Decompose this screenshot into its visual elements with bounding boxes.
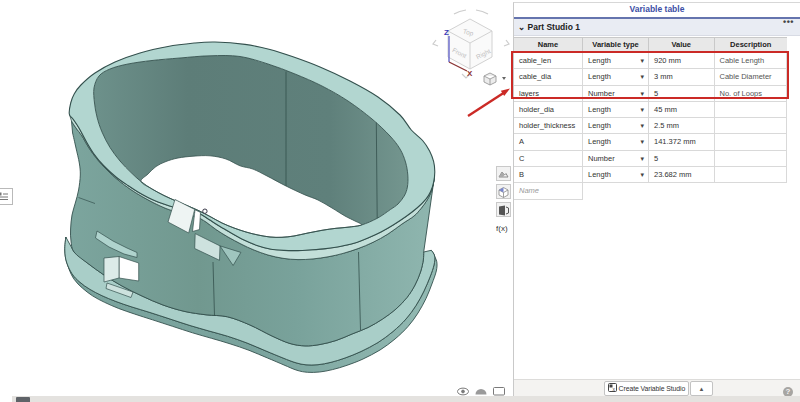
svg-text:Z: Z — [444, 28, 449, 37]
svg-text:x: x — [612, 386, 615, 392]
svg-text:X: X — [467, 69, 473, 78]
svg-text:f(x): f(x) — [496, 224, 508, 233]
